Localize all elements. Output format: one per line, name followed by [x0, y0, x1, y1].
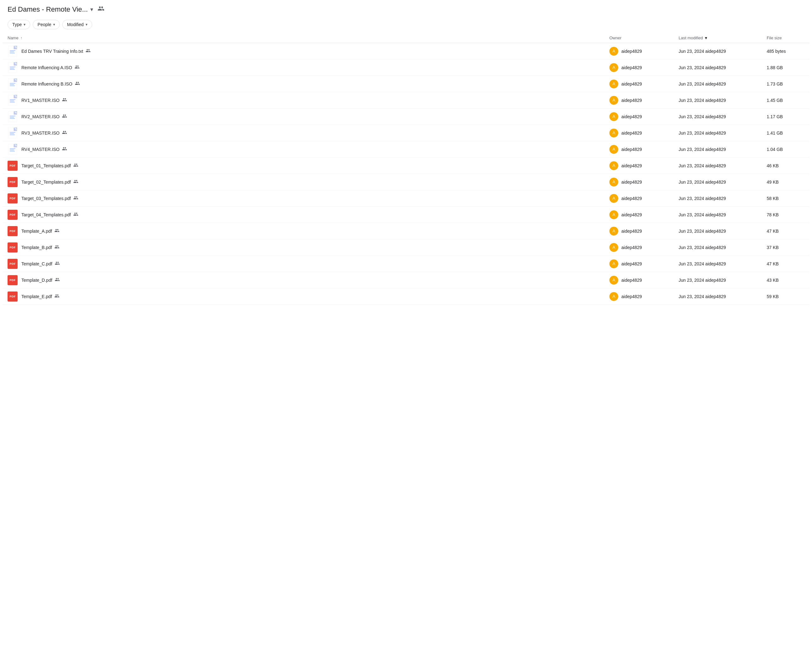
table-row[interactable]: Remote Influencing A.ISO A aidep4829 Jun… [3, 60, 809, 76]
file-name: Template_C.pdf [22, 261, 60, 267]
shared-icon [73, 163, 79, 169]
modified-cell: Jun 23, 2024 aidep4829 [679, 229, 767, 234]
file-name-cell: PDF Target_01_Templates.pdf [8, 161, 609, 171]
owner-cell: A aidep4829 [609, 211, 679, 219]
owner-cell: A aidep4829 [609, 80, 679, 88]
page-header: Ed Dames - Remote Vie... ▾ [0, 0, 812, 17]
svg-rect-2 [10, 50, 15, 51]
table-row[interactable]: RV3_MASTER.ISO A aidep4829 Jun 23, 2024 … [3, 125, 809, 141]
avatar: A [609, 260, 618, 268]
table-row[interactable]: PDF Template_E.pdf A aidep4829 Jun 23, 2… [3, 288, 809, 305]
doc-icon [8, 95, 18, 105]
file-name-cell: PDF Target_02_Templates.pdf [8, 177, 609, 187]
shared-icon [54, 244, 60, 250]
table-row[interactable]: RV1_MASTER.ISO A aidep4829 Jun 23, 2024 … [3, 92, 809, 109]
type-filter-button[interactable]: Type ▾ [8, 20, 30, 29]
owner-name: aidep4829 [621, 81, 642, 86]
table-row[interactable]: PDF Target_01_Templates.pdf A aidep4829 … [3, 158, 809, 174]
name-column-header[interactable]: Name ↑ [8, 35, 609, 40]
owner-cell: A aidep4829 [609, 96, 679, 105]
svg-rect-27 [10, 132, 15, 133]
file-name: Template_A.pdf [22, 228, 60, 234]
type-filter-label: Type [12, 22, 22, 27]
pdf-icon: PDF [8, 275, 18, 285]
table-row[interactable]: Remote Influencing B.ISO A aidep4829 Jun… [3, 76, 809, 92]
file-size-cell: 47 KB [767, 229, 804, 234]
svg-rect-7 [10, 67, 15, 67]
file-name-cell: RV4_MASTER.ISO [8, 145, 609, 154]
modified-cell: Jun 23, 2024 aidep4829 [679, 147, 767, 152]
title-chevron-icon[interactable]: ▾ [90, 6, 93, 13]
header-share-icon[interactable] [97, 5, 105, 14]
owner-cell: A aidep4829 [609, 63, 679, 72]
owner-column-header: Owner [609, 35, 679, 40]
pdf-icon: PDF [8, 243, 18, 252]
file-size-cell: 1.41 GB [767, 131, 804, 135]
file-name: Target_03_Templates.pdf [22, 195, 79, 201]
table-row[interactable]: PDF Target_02_Templates.pdf A aidep4829 … [3, 174, 809, 190]
modified-filter-button[interactable]: Modified ▾ [62, 20, 92, 29]
table-row[interactable]: Ed Dames TRV Training Info.txt A aidep48… [3, 43, 809, 60]
file-name-cell: PDF Target_03_Templates.pdf [8, 194, 609, 203]
shared-icon [54, 228, 60, 234]
avatar: A [609, 243, 618, 252]
svg-rect-3 [10, 52, 14, 52]
file-table: Name ↑ Owner Last modified ▼ File size [0, 33, 812, 305]
last-modified-column-header[interactable]: Last modified ▼ [679, 35, 767, 40]
pdf-icon: PDF [8, 259, 18, 269]
people-filter-chevron-icon: ▾ [53, 22, 55, 27]
pdf-icon: PDF [8, 177, 18, 187]
file-size-cell: 485 bytes [767, 49, 804, 54]
table-row[interactable]: PDF Template_C.pdf A aidep4829 Jun 23, 2… [3, 256, 809, 272]
avatar: A [609, 47, 618, 56]
file-name-cell: Remote Influencing A.ISO [8, 63, 609, 73]
file-size-column-header: File size [767, 35, 804, 40]
table-row[interactable]: PDF Target_04_Templates.pdf A aidep4829 … [3, 207, 809, 223]
owner-cell: A aidep4829 [609, 194, 679, 203]
owner-name: aidep4829 [621, 245, 642, 250]
owner-cell: A aidep4829 [609, 129, 679, 137]
file-name: Template_B.pdf [22, 244, 60, 250]
table-row[interactable]: PDF Target_03_Templates.pdf A aidep4829 … [3, 190, 809, 207]
file-size-cell: 59 KB [767, 294, 804, 299]
svg-rect-28 [10, 133, 14, 134]
pdf-icon: PDF [8, 226, 18, 236]
svg-rect-24 [10, 118, 15, 119]
file-size-cell: 58 KB [767, 196, 804, 201]
shared-icon [55, 261, 60, 267]
table-row[interactable]: PDF Template_A.pdf A aidep4829 Jun 23, 2… [3, 223, 809, 239]
owner-name: aidep4829 [621, 147, 642, 152]
table-row[interactable]: PDF Template_B.pdf A aidep4829 Jun 23, 2… [3, 239, 809, 256]
avatar: A [609, 63, 618, 72]
owner-name: aidep4829 [621, 131, 642, 135]
owner-cell: A aidep4829 [609, 227, 679, 235]
table-row[interactable]: PDF Template_D.pdf A aidep4829 Jun 23, 2… [3, 272, 809, 288]
modified-cell: Jun 23, 2024 aidep4829 [679, 163, 767, 168]
avatar: A [609, 80, 618, 88]
table-row[interactable]: RV4_MASTER.ISO A aidep4829 Jun 23, 2024 … [3, 141, 809, 158]
svg-rect-13 [10, 84, 14, 85]
modified-cell: Jun 23, 2024 aidep4829 [679, 81, 767, 86]
table-row[interactable]: RV2_MASTER.ISO A aidep4829 Jun 23, 2024 … [3, 109, 809, 125]
owner-name: aidep4829 [621, 49, 642, 54]
name-sort-icon: ↑ [20, 36, 22, 40]
file-name-cell: RV2_MASTER.ISO [8, 112, 609, 122]
file-name: RV3_MASTER.ISO [22, 130, 67, 136]
svg-rect-19 [10, 102, 15, 103]
svg-rect-18 [10, 101, 14, 101]
avatar: A [609, 145, 618, 154]
owner-cell: A aidep4829 [609, 292, 679, 301]
last-modified-label: Last modified [679, 35, 703, 40]
modified-cell: Jun 23, 2024 aidep4829 [679, 278, 767, 283]
owner-name: aidep4829 [621, 180, 642, 185]
owner-cell: A aidep4829 [609, 47, 679, 56]
svg-rect-22 [10, 116, 15, 116]
file-name: RV2_MASTER.ISO [22, 114, 67, 120]
file-size-cell: 43 KB [767, 278, 804, 283]
doc-icon [8, 128, 18, 138]
modified-cell: Jun 23, 2024 aidep4829 [679, 49, 767, 54]
people-filter-label: People [37, 22, 51, 27]
file-name-cell: PDF Target_04_Templates.pdf [8, 210, 609, 220]
people-filter-button[interactable]: People ▾ [33, 20, 60, 29]
owner-name: aidep4829 [621, 212, 642, 217]
